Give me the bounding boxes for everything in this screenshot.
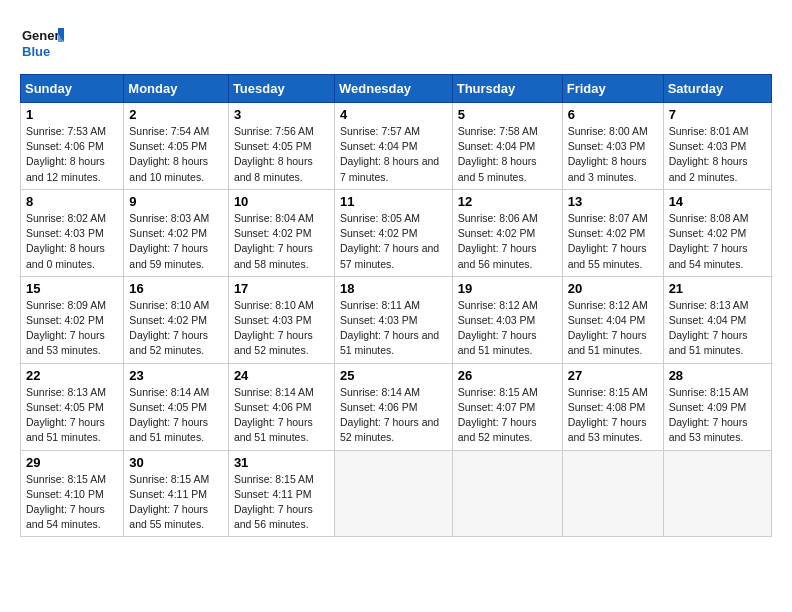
- logo-icon: General Blue: [20, 20, 64, 64]
- day-info: Sunrise: 8:15 AMSunset: 4:09 PMDaylight:…: [669, 385, 766, 446]
- day-info: Sunrise: 8:05 AMSunset: 4:02 PMDaylight:…: [340, 211, 447, 272]
- calendar-week-5: 29 Sunrise: 8:15 AMSunset: 4:10 PMDaylig…: [21, 450, 772, 537]
- day-number: 21: [669, 281, 766, 296]
- day-number: 4: [340, 107, 447, 122]
- day-number: 9: [129, 194, 223, 209]
- day-info: Sunrise: 8:02 AMSunset: 4:03 PMDaylight:…: [26, 211, 118, 272]
- day-number: 22: [26, 368, 118, 383]
- weekday-header-monday: Monday: [124, 75, 229, 103]
- calendar-cell: 25 Sunrise: 8:14 AMSunset: 4:06 PMDaylig…: [334, 363, 452, 450]
- day-info: Sunrise: 8:10 AMSunset: 4:02 PMDaylight:…: [129, 298, 223, 359]
- svg-text:General: General: [22, 28, 64, 43]
- calendar-cell: 9 Sunrise: 8:03 AMSunset: 4:02 PMDayligh…: [124, 189, 229, 276]
- day-number: 16: [129, 281, 223, 296]
- weekday-header-thursday: Thursday: [452, 75, 562, 103]
- day-number: 14: [669, 194, 766, 209]
- day-info: Sunrise: 7:53 AMSunset: 4:06 PMDaylight:…: [26, 124, 118, 185]
- calendar-cell: 6 Sunrise: 8:00 AMSunset: 4:03 PMDayligh…: [562, 103, 663, 190]
- calendar-cell: 4 Sunrise: 7:57 AMSunset: 4:04 PMDayligh…: [334, 103, 452, 190]
- day-number: 8: [26, 194, 118, 209]
- day-number: 18: [340, 281, 447, 296]
- day-number: 26: [458, 368, 557, 383]
- day-number: 2: [129, 107, 223, 122]
- calendar-cell: 23 Sunrise: 8:14 AMSunset: 4:05 PMDaylig…: [124, 363, 229, 450]
- weekday-header-friday: Friday: [562, 75, 663, 103]
- day-info: Sunrise: 8:15 AMSunset: 4:10 PMDaylight:…: [26, 472, 118, 533]
- calendar-cell: 14 Sunrise: 8:08 AMSunset: 4:02 PMDaylig…: [663, 189, 771, 276]
- calendar-table: SundayMondayTuesdayWednesdayThursdayFrid…: [20, 74, 772, 537]
- day-number: 28: [669, 368, 766, 383]
- calendar-cell: 29 Sunrise: 8:15 AMSunset: 4:10 PMDaylig…: [21, 450, 124, 537]
- calendar-cell: 21 Sunrise: 8:13 AMSunset: 4:04 PMDaylig…: [663, 276, 771, 363]
- weekday-header-tuesday: Tuesday: [228, 75, 334, 103]
- day-info: Sunrise: 8:13 AMSunset: 4:04 PMDaylight:…: [669, 298, 766, 359]
- calendar-week-1: 1 Sunrise: 7:53 AMSunset: 4:06 PMDayligh…: [21, 103, 772, 190]
- day-info: Sunrise: 7:54 AMSunset: 4:05 PMDaylight:…: [129, 124, 223, 185]
- calendar-cell: 12 Sunrise: 8:06 AMSunset: 4:02 PMDaylig…: [452, 189, 562, 276]
- calendar-cell: 5 Sunrise: 7:58 AMSunset: 4:04 PMDayligh…: [452, 103, 562, 190]
- day-info: Sunrise: 8:00 AMSunset: 4:03 PMDaylight:…: [568, 124, 658, 185]
- calendar-cell: 22 Sunrise: 8:13 AMSunset: 4:05 PMDaylig…: [21, 363, 124, 450]
- calendar-cell: 24 Sunrise: 8:14 AMSunset: 4:06 PMDaylig…: [228, 363, 334, 450]
- day-number: 19: [458, 281, 557, 296]
- day-number: 11: [340, 194, 447, 209]
- day-number: 25: [340, 368, 447, 383]
- day-info: Sunrise: 8:09 AMSunset: 4:02 PMDaylight:…: [26, 298, 118, 359]
- day-info: Sunrise: 8:14 AMSunset: 4:05 PMDaylight:…: [129, 385, 223, 446]
- day-info: Sunrise: 8:04 AMSunset: 4:02 PMDaylight:…: [234, 211, 329, 272]
- day-number: 15: [26, 281, 118, 296]
- day-number: 5: [458, 107, 557, 122]
- day-number: 7: [669, 107, 766, 122]
- calendar-cell: 30 Sunrise: 8:15 AMSunset: 4:11 PMDaylig…: [124, 450, 229, 537]
- day-info: Sunrise: 7:58 AMSunset: 4:04 PMDaylight:…: [458, 124, 557, 185]
- day-info: Sunrise: 8:12 AMSunset: 4:03 PMDaylight:…: [458, 298, 557, 359]
- day-info: Sunrise: 8:14 AMSunset: 4:06 PMDaylight:…: [340, 385, 447, 446]
- calendar-cell: 28 Sunrise: 8:15 AMSunset: 4:09 PMDaylig…: [663, 363, 771, 450]
- day-number: 1: [26, 107, 118, 122]
- calendar-cell: 18 Sunrise: 8:11 AMSunset: 4:03 PMDaylig…: [334, 276, 452, 363]
- weekday-header-sunday: Sunday: [21, 75, 124, 103]
- day-info: Sunrise: 8:10 AMSunset: 4:03 PMDaylight:…: [234, 298, 329, 359]
- calendar-cell: 26 Sunrise: 8:15 AMSunset: 4:07 PMDaylig…: [452, 363, 562, 450]
- day-number: 12: [458, 194, 557, 209]
- calendar-cell: [663, 450, 771, 537]
- day-info: Sunrise: 8:01 AMSunset: 4:03 PMDaylight:…: [669, 124, 766, 185]
- day-info: Sunrise: 8:07 AMSunset: 4:02 PMDaylight:…: [568, 211, 658, 272]
- calendar-cell: [452, 450, 562, 537]
- calendar-week-2: 8 Sunrise: 8:02 AMSunset: 4:03 PMDayligh…: [21, 189, 772, 276]
- day-info: Sunrise: 7:56 AMSunset: 4:05 PMDaylight:…: [234, 124, 329, 185]
- day-number: 13: [568, 194, 658, 209]
- day-info: Sunrise: 8:15 AMSunset: 4:08 PMDaylight:…: [568, 385, 658, 446]
- calendar-cell: 31 Sunrise: 8:15 AMSunset: 4:11 PMDaylig…: [228, 450, 334, 537]
- calendar-cell: [334, 450, 452, 537]
- day-info: Sunrise: 8:15 AMSunset: 4:11 PMDaylight:…: [129, 472, 223, 533]
- day-number: 31: [234, 455, 329, 470]
- day-info: Sunrise: 8:13 AMSunset: 4:05 PMDaylight:…: [26, 385, 118, 446]
- day-number: 20: [568, 281, 658, 296]
- day-number: 23: [129, 368, 223, 383]
- svg-text:Blue: Blue: [22, 44, 50, 59]
- day-info: Sunrise: 8:08 AMSunset: 4:02 PMDaylight:…: [669, 211, 766, 272]
- calendar-cell: 27 Sunrise: 8:15 AMSunset: 4:08 PMDaylig…: [562, 363, 663, 450]
- calendar-cell: 1 Sunrise: 7:53 AMSunset: 4:06 PMDayligh…: [21, 103, 124, 190]
- calendar-cell: 17 Sunrise: 8:10 AMSunset: 4:03 PMDaylig…: [228, 276, 334, 363]
- calendar-cell: 11 Sunrise: 8:05 AMSunset: 4:02 PMDaylig…: [334, 189, 452, 276]
- calendar-cell: 3 Sunrise: 7:56 AMSunset: 4:05 PMDayligh…: [228, 103, 334, 190]
- calendar-cell: 2 Sunrise: 7:54 AMSunset: 4:05 PMDayligh…: [124, 103, 229, 190]
- calendar-cell: 7 Sunrise: 8:01 AMSunset: 4:03 PMDayligh…: [663, 103, 771, 190]
- logo: General Blue: [20, 20, 64, 64]
- page-header: General Blue: [20, 20, 772, 64]
- day-info: Sunrise: 8:15 AMSunset: 4:07 PMDaylight:…: [458, 385, 557, 446]
- day-number: 10: [234, 194, 329, 209]
- calendar-cell: 13 Sunrise: 8:07 AMSunset: 4:02 PMDaylig…: [562, 189, 663, 276]
- day-number: 6: [568, 107, 658, 122]
- calendar-cell: 10 Sunrise: 8:04 AMSunset: 4:02 PMDaylig…: [228, 189, 334, 276]
- calendar-cell: 20 Sunrise: 8:12 AMSunset: 4:04 PMDaylig…: [562, 276, 663, 363]
- calendar-week-4: 22 Sunrise: 8:13 AMSunset: 4:05 PMDaylig…: [21, 363, 772, 450]
- weekday-header-wednesday: Wednesday: [334, 75, 452, 103]
- day-number: 17: [234, 281, 329, 296]
- day-info: Sunrise: 7:57 AMSunset: 4:04 PMDaylight:…: [340, 124, 447, 185]
- day-number: 24: [234, 368, 329, 383]
- calendar-week-3: 15 Sunrise: 8:09 AMSunset: 4:02 PMDaylig…: [21, 276, 772, 363]
- calendar-cell: 19 Sunrise: 8:12 AMSunset: 4:03 PMDaylig…: [452, 276, 562, 363]
